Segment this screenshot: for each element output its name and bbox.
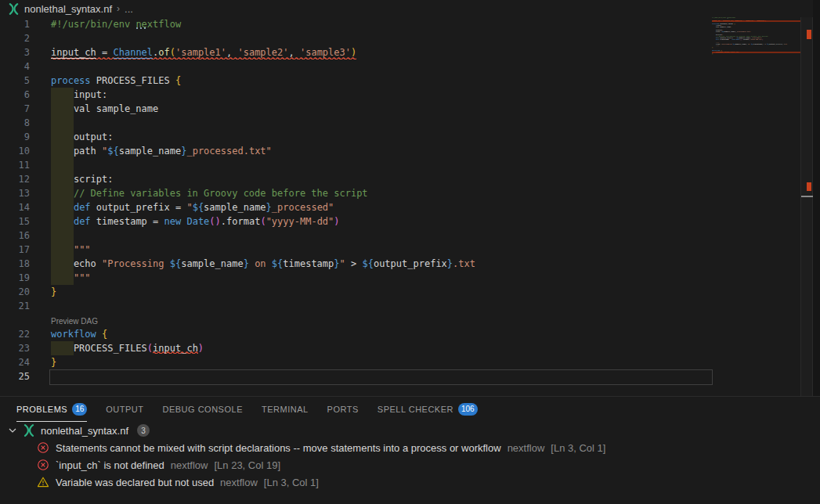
nextflow-file-icon xyxy=(23,424,35,437)
chevron-down-icon[interactable] xyxy=(6,424,19,437)
breadcrumb-file[interactable]: nonlethal_syntax.nf xyxy=(24,3,112,15)
line-content[interactable]: #!/usr/bin/env nextflow xyxy=(51,17,181,31)
line-content[interactable]: PROCESS_FILES(input_ch) xyxy=(51,341,204,355)
line-content[interactable]: """ xyxy=(51,271,91,285)
line-content[interactable]: script: xyxy=(51,172,113,186)
code-line[interactable]: 23 PROCESS_FILES(input_ch) xyxy=(0,341,713,355)
line-number[interactable]: 22 xyxy=(0,327,30,341)
line-number[interactable]: 10 xyxy=(0,144,30,158)
minimap[interactable]: #!/usr/bin/env nextflowinput_ch = Channe… xyxy=(712,17,800,111)
code-editor[interactable]: 1#!/usr/bin/env nextflow23input_ch = Cha… xyxy=(0,17,713,383)
line-content[interactable]: path "${sample_name}_processed.txt" xyxy=(51,144,272,158)
line-number[interactable]: 11 xyxy=(0,158,30,172)
problem-location: [Ln 3, Col 1] xyxy=(551,442,605,454)
line-content[interactable]: // Define variables in Groovy code befor… xyxy=(51,186,368,200)
panel-tab-spell-checker[interactable]: SPELL CHECKER106 xyxy=(377,397,478,422)
line-number[interactable]: 18 xyxy=(0,257,30,271)
code-line[interactable]: 11 xyxy=(0,158,713,172)
overview-ruler[interactable] xyxy=(800,17,813,396)
line-number[interactable]: 19 xyxy=(0,271,30,285)
line-content[interactable]: process PROCESS_FILES { xyxy=(51,74,181,88)
bottom-panel: PROBLEMS16OUTPUTDEBUG CONSOLETERMINALPOR… xyxy=(0,396,820,504)
panel-tab-output[interactable]: OUTPUT xyxy=(106,397,143,422)
code-line[interactable]: 2 xyxy=(0,31,713,45)
code-line[interactable]: 17 """ xyxy=(0,243,713,257)
line-number[interactable]: 17 xyxy=(0,243,30,257)
problem-message: `input_ch` is not defined xyxy=(56,459,164,471)
panel-tab-debug-console[interactable]: DEBUG CONSOLE xyxy=(163,397,243,422)
line-number[interactable]: 21 xyxy=(0,299,30,313)
line-number[interactable]: 4 xyxy=(0,59,30,74)
line-content[interactable]: workflow { xyxy=(51,327,107,341)
line-number[interactable]: 5 xyxy=(0,74,30,88)
problem-source: nextflow xyxy=(508,442,545,454)
line-content[interactable]: input: xyxy=(51,88,107,102)
line-number[interactable]: 2 xyxy=(0,31,30,45)
tab-badge: 106 xyxy=(458,403,478,416)
error-marker[interactable] xyxy=(807,182,811,191)
code-line[interactable]: 7 val sample_name xyxy=(0,102,713,116)
line-number[interactable]: 13 xyxy=(0,186,30,200)
line-number[interactable]: 23 xyxy=(0,341,30,355)
line-number[interactable]: 14 xyxy=(0,200,30,214)
line-number[interactable]: 24 xyxy=(0,355,30,369)
line-content[interactable]: } xyxy=(51,285,56,299)
line-content[interactable]: """ xyxy=(51,243,91,257)
panel-tab-problems[interactable]: PROBLEMS16 xyxy=(16,397,87,422)
code-line[interactable]: 9 output: xyxy=(0,130,713,144)
code-line[interactable]: 19 """ xyxy=(0,271,713,285)
code-line[interactable]: 18 echo "Processing ${sample_name} on ${… xyxy=(0,257,713,271)
code-line[interactable]: 1#!/usr/bin/env nextflow xyxy=(0,17,713,31)
line-number[interactable]: 25 xyxy=(0,369,30,383)
problems-file-row[interactable]: nonlethal_syntax.nf 3 xyxy=(0,422,820,439)
panel-tabs: PROBLEMS16OUTPUTDEBUG CONSOLETERMINALPOR… xyxy=(0,397,820,422)
line-content[interactable]: echo "Processing ${sample_name} on ${tim… xyxy=(51,257,475,271)
editor-area: nonlethal_syntax.nf › ... 1#!/usr/bin/en… xyxy=(0,0,813,396)
line-content[interactable]: def output_prefix = "${sample_name}_proc… xyxy=(51,200,334,214)
line-content[interactable]: val sample_name xyxy=(51,102,158,116)
code-line[interactable]: 21 xyxy=(0,299,713,313)
problem-row[interactable]: Statements cannot be mixed with script d… xyxy=(0,439,820,456)
code-line[interactable]: 8 xyxy=(0,116,713,130)
code-line[interactable]: 4 xyxy=(0,59,713,74)
tab-label: DEBUG CONSOLE xyxy=(163,405,243,414)
code-line[interactable]: 14 def output_prefix = "${sample_name}_p… xyxy=(0,200,713,214)
breadcrumb-more[interactable]: ... xyxy=(125,3,133,15)
codelens-preview-dag[interactable]: Preview DAG xyxy=(0,313,713,327)
code-line[interactable]: 5process PROCESS_FILES { xyxy=(0,74,713,88)
line-number[interactable]: 16 xyxy=(0,229,30,243)
line-content[interactable]: input_ch = Channel.of('sample1', 'sample… xyxy=(51,45,356,59)
line-number[interactable]: 7 xyxy=(0,102,30,116)
problem-source: nextflow xyxy=(220,477,258,488)
code-line[interactable]: 20} xyxy=(0,285,713,299)
problem-row[interactable]: `input_ch` is not definednextflow[Ln 23,… xyxy=(0,456,820,473)
cursor-marker xyxy=(801,196,814,197)
line-number[interactable]: 8 xyxy=(0,116,30,130)
code-line[interactable]: 16 xyxy=(0,229,713,243)
panel-tab-ports[interactable]: PORTS xyxy=(327,397,359,422)
line-content[interactable]: } xyxy=(51,355,56,369)
code-line[interactable]: 24} xyxy=(0,355,713,369)
line-content[interactable]: output: xyxy=(51,130,113,144)
line-number[interactable]: 20 xyxy=(0,285,30,299)
code-line[interactable]: 25 xyxy=(0,369,713,383)
code-line[interactable]: 3input_ch = Channel.of('sample1', 'sampl… xyxy=(0,45,713,59)
line-content[interactable]: def timestamp = new Date().format("yyyy-… xyxy=(51,214,340,229)
code-line[interactable]: 10 path "${sample_name}_processed.txt" xyxy=(0,144,713,158)
code-line[interactable]: 15 def timestamp = new Date().format("yy… xyxy=(0,214,713,229)
problem-row[interactable]: Variable was declared but not usednextfl… xyxy=(0,473,820,491)
panel-tab-terminal[interactable]: TERMINAL xyxy=(262,397,309,422)
problems-file-count: 3 xyxy=(137,424,150,437)
line-number[interactable]: 12 xyxy=(0,172,30,186)
code-line[interactable]: 12 script: xyxy=(0,172,713,186)
code-line[interactable]: 22workflow { xyxy=(0,327,713,341)
error-marker[interactable] xyxy=(807,30,811,39)
code-line[interactable]: 13 // Define variables in Groovy code be… xyxy=(0,186,713,200)
line-number[interactable]: 15 xyxy=(0,214,30,229)
line-number[interactable]: 1 xyxy=(0,17,30,31)
code-line[interactable]: 6 input: xyxy=(0,88,713,102)
line-number[interactable]: 9 xyxy=(0,130,30,144)
line-number[interactable]: 3 xyxy=(0,45,30,59)
tab-badge: 16 xyxy=(72,403,87,416)
line-number[interactable]: 6 xyxy=(0,88,30,102)
